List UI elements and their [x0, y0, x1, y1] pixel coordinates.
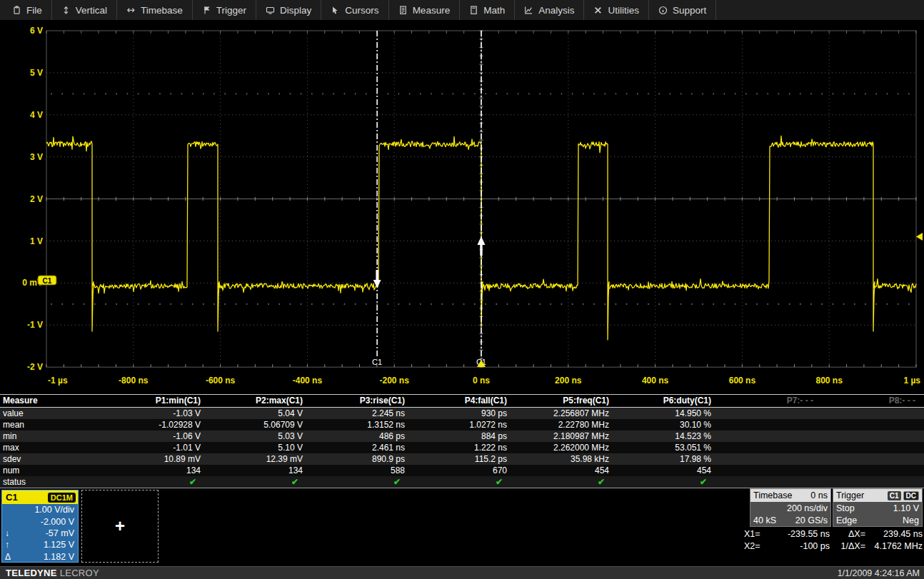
menu-item-label: Measure — [413, 5, 451, 16]
grid-dot — [616, 93, 617, 94]
grid-dot — [333, 303, 334, 305]
menu-item-measure[interactable]: Measure — [389, 0, 461, 20]
channel-header[interactable]: C1 DC1M — [2, 490, 78, 504]
measure-column-header[interactable]: P7:- - - — [720, 395, 822, 407]
trigger-descriptor[interactable]: Trigger C1 DC Stop 1.10 V Edge Neg — [833, 488, 923, 527]
measure-column-header[interactable]: P1:min(C1) — [107, 395, 209, 407]
menu-item-display[interactable]: Display — [256, 0, 321, 20]
menu-item-support[interactable]: Support — [649, 0, 716, 20]
menu-item-math[interactable]: Math — [460, 0, 515, 20]
grid-dot — [181, 303, 183, 305]
x-axis-label: 1 µs — [903, 376, 920, 386]
grid-dot — [572, 93, 573, 94]
grid-dot — [604, 93, 606, 94]
timebase-icon — [126, 6, 136, 15]
grid-dot — [485, 303, 486, 305]
grid-dot — [398, 303, 400, 305]
grid-dot — [789, 93, 790, 94]
waveform-display[interactable]: 6 V5 V4 V3 V2 V1 V0 mV-1 V-2 V-1 µs-800 … — [0, 21, 924, 394]
grid-dot — [409, 93, 411, 94]
x2-label: X2= — [744, 540, 770, 553]
grid-dot — [105, 303, 106, 305]
grid-dot — [539, 303, 541, 305]
grid-dot — [626, 303, 628, 305]
grid-dot — [257, 93, 258, 94]
grid-dot — [887, 303, 888, 305]
menu-item-cursors[interactable]: Cursors — [321, 0, 388, 20]
grid-dot — [745, 303, 747, 305]
grid-dot — [278, 93, 280, 94]
measure-column-header[interactable]: P5:freq(C1) — [516, 395, 618, 407]
measure-column-header[interactable]: P6:duty(C1) — [618, 395, 720, 407]
grid-dot — [51, 303, 52, 305]
grid-dot — [474, 303, 476, 305]
delta-icon: Δ — [2, 552, 16, 562]
grid-dot — [441, 93, 443, 94]
measure-column-header[interactable]: P4:fall(C1) — [413, 395, 516, 407]
grid-dot — [431, 303, 432, 305]
menu-item-analysis[interactable]: Analysis — [515, 0, 584, 20]
grid-dot — [61, 93, 63, 94]
menu-item-label: Support — [673, 5, 706, 16]
trigger-level-marker[interactable] — [916, 233, 923, 241]
status-check-icon — [720, 476, 822, 488]
measure-value: 2.262000 MHz — [516, 442, 618, 453]
menu-item-utilities[interactable]: Utilities — [584, 0, 649, 20]
measure-row-label: min — [0, 431, 107, 442]
menu-item-vertical[interactable]: Vertical — [52, 0, 117, 20]
x1-value: -239.55 ns — [770, 528, 830, 540]
grid-dot — [203, 93, 204, 94]
grid-dot — [311, 303, 313, 305]
grid-dot — [181, 93, 183, 94]
grid-dot — [507, 93, 508, 94]
cursor-down-arrow[interactable] — [373, 280, 381, 288]
add-trace-box[interactable]: + — [81, 490, 159, 563]
measure-row-status: status✔✔✔✔✔✔ — [0, 476, 924, 488]
status-bar: TELEDYNE LECROY 1/1/2009 4:24:16 AM — [0, 566, 924, 579]
menu-item-label: Trigger — [216, 5, 246, 16]
measure-value: 1.3152 ns — [311, 419, 413, 431]
measure-row-mean: mean-1.02928 V5.06709 V1.3152 ns1.0272 n… — [0, 419, 924, 431]
grid-dot — [767, 93, 768, 94]
grid-dot — [875, 303, 877, 305]
grid-dot — [691, 93, 693, 94]
menu-item-file[interactable]: File — [3, 0, 52, 20]
trigger-level: 1.10 V — [893, 503, 919, 513]
measure-column-header[interactable]: P2:max(C1) — [209, 395, 311, 407]
y-axis-label: -2 V — [27, 362, 43, 372]
status-check-icon — [822, 476, 924, 488]
measure-value — [720, 431, 822, 442]
timebase-descriptor[interactable]: Timebase 0 ns 200 ns/div 40 kS 20 GS/s — [750, 488, 831, 527]
grid-dot — [561, 303, 563, 305]
grid-dot — [821, 303, 823, 305]
channel-c1-descriptor[interactable]: C1 DC1M 1.00 V/div -2.000 V ↓ -57 mV ↑ 1… — [1, 490, 79, 563]
x-axis-label: -400 ns — [293, 376, 323, 386]
measure-row-sdev: sdev10.89 mV12.39 mV890.9 ps115.2 ps35.9… — [0, 453, 924, 465]
grid-dot — [821, 93, 823, 94]
status-check-icon: ✔ — [209, 476, 311, 488]
grid-dot — [192, 93, 194, 94]
menu-item-timebase[interactable]: Timebase — [117, 0, 193, 20]
grid-dot — [616, 303, 617, 305]
grid-dot — [84, 303, 85, 305]
x1-label: X1= — [744, 528, 770, 540]
file-icon — [12, 6, 21, 15]
measure-row-label: status — [0, 476, 107, 488]
grid-dot — [257, 303, 258, 305]
invdx-value: 4.1762 MHz — [865, 540, 923, 553]
grid-dot — [724, 303, 725, 305]
measure-value: 930 ps — [413, 408, 516, 419]
channel-offset: -2.000 V — [41, 517, 78, 527]
measure-icon — [398, 6, 408, 15]
measure-column-header[interactable]: P3:rise(C1) — [311, 395, 413, 407]
measure-value: 134 — [209, 465, 311, 476]
waveform-grid: 6 V5 V4 V3 V2 V1 V0 mV-1 V-2 V-1 µs-800 … — [0, 21, 924, 394]
grid-dot — [626, 93, 628, 94]
measure-column-header[interactable]: P8:- - - — [822, 395, 924, 407]
y-axis-label: -1 V — [27, 320, 43, 330]
menu-item-trigger[interactable]: Trigger — [193, 0, 256, 20]
grid-dot — [756, 303, 758, 305]
grid-dot — [138, 93, 139, 94]
grid-dot — [528, 93, 530, 94]
measure-value: 2.180987 MHz — [516, 431, 618, 442]
